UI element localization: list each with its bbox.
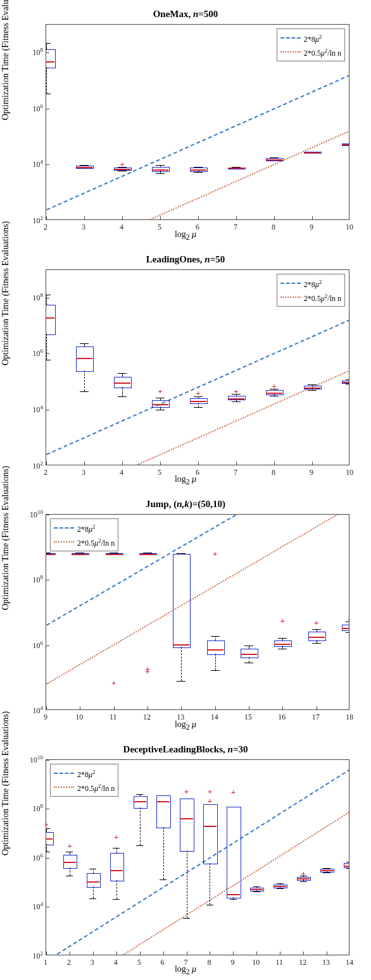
x-tick-label: 8: [272, 223, 275, 232]
whisker-cap: [346, 632, 349, 633]
x-tick-label: 7: [234, 223, 237, 232]
y-tick-label: 1010: [8, 509, 43, 520]
x-tick-label: 2: [67, 958, 71, 967]
box-plot: [46, 25, 349, 219]
x-tick-label: 9: [310, 223, 313, 232]
y-tick-label: 1010: [8, 754, 43, 764]
x-tick-label: 14: [211, 713, 218, 722]
plot-area: 2*8μ22*0.5μ2/ln n+++++++: [46, 514, 349, 710]
x-tick-label: 3: [82, 223, 85, 232]
y-tick-label: 108: [8, 803, 43, 814]
x-tick-label: 6: [196, 468, 199, 477]
y-tick-label: 108: [8, 47, 43, 58]
x-tick-label: 2: [44, 223, 47, 232]
y-tick-label: 108: [8, 574, 43, 585]
chart-title: Jump, (n,k)=(50,10): [0, 499, 371, 510]
y-axis-label: Optimization Time (Fitness Evaluations): [1, 711, 11, 855]
whisker-cap: [346, 868, 349, 869]
chart-title: LeadingOnes, n=50: [0, 254, 371, 265]
x-tick-label: 16: [278, 713, 286, 722]
median-line: [342, 144, 349, 145]
x-tick-label: 7: [184, 958, 188, 967]
x-tick-label: 1: [44, 958, 47, 967]
x-tick-label: 12: [143, 713, 151, 722]
chart-panel: OneMax, n=500Optimization Time (Fitness …: [0, 0, 371, 245]
x-tick-label: 10: [346, 223, 353, 232]
y-tick-label: 104: [8, 403, 43, 414]
x-tick-label: 15: [244, 713, 252, 722]
y-tick-label: 106: [8, 102, 43, 113]
x-tick-label: 3: [82, 468, 85, 477]
plot-area: 2*8μ22*0.5μ2/ln n+: [46, 24, 349, 220]
x-tick-label: 9: [310, 468, 313, 477]
box-plot: [46, 760, 349, 955]
x-tick-label: 14: [346, 958, 353, 967]
y-tick-label: 104: [8, 705, 43, 716]
y-tick-label: 102: [8, 950, 43, 960]
chart-panel: DeceptiveLeadingBlocks, n=30Optimization…: [0, 735, 371, 981]
x-tick-label: 5: [137, 958, 141, 967]
x-tick-label: 4: [120, 468, 123, 477]
x-tick-label: 17: [312, 713, 320, 722]
box-plot: +: [46, 515, 349, 709]
chart-title: OneMax, n=500: [0, 9, 371, 20]
x-tick-label: 4: [120, 223, 123, 232]
plot-area: 2*8μ22*0.5μ2/ln n++++: [46, 269, 349, 465]
chart-panel: LeadingOnes, n=50Optimization Time (Fitn…: [0, 245, 371, 491]
plot-area: 2*8μ22*0.5μ2/ln n++++++++: [46, 759, 349, 955]
x-tick-label: 8: [272, 468, 275, 477]
x-tick-label: 6: [196, 223, 199, 232]
x-tick-label: 9: [44, 713, 47, 722]
y-tick-label: 106: [8, 348, 43, 358]
x-tick-label: 5: [158, 468, 161, 477]
x-tick-label: 13: [177, 713, 184, 722]
x-tick-label: 10: [252, 958, 260, 967]
y-tick-label: 104: [8, 159, 43, 169]
y-tick-label: 106: [8, 852, 43, 862]
x-tick-label: 11: [275, 958, 283, 967]
outlier-point: +: [348, 614, 349, 624]
x-axis-label: log2 μ: [0, 474, 371, 486]
y-tick-label: 108: [8, 291, 43, 302]
y-axis-label: Optimization Time (Fitness Evaluations): [1, 466, 11, 610]
x-tick-label: 10: [75, 713, 83, 722]
y-tick-label: 104: [8, 901, 43, 912]
median-line: [342, 628, 349, 629]
median-line: [344, 866, 349, 867]
chart-title: DeceptiveLeadingBlocks, n=30: [0, 744, 371, 755]
x-axis-label: log2 μ: [0, 230, 371, 242]
x-tick-label: 7: [234, 468, 237, 477]
chart-panel: Jump, (n,k)=(50,10)Optimization Time (Fi…: [0, 490, 371, 735]
median-line: [342, 382, 349, 383]
x-tick-label: 8: [207, 958, 211, 967]
box-plot: [46, 270, 349, 465]
x-tick-label: 4: [114, 958, 118, 967]
x-tick-label: 9: [230, 958, 234, 967]
y-tick-label: 102: [8, 215, 43, 226]
x-tick-label: 13: [322, 958, 330, 967]
x-tick-label: 2: [44, 468, 47, 477]
x-tick-label: 18: [346, 713, 353, 722]
y-tick-label: 106: [8, 639, 43, 650]
x-tick-label: 12: [299, 958, 306, 967]
x-tick-label: 11: [110, 713, 117, 722]
x-tick-label: 10: [346, 468, 353, 477]
y-tick-label: 102: [8, 460, 43, 470]
x-tick-label: 3: [91, 958, 94, 967]
x-tick-label: 6: [161, 958, 165, 967]
whisker-cap: [346, 379, 349, 380]
whisker-cap: [346, 862, 349, 862]
x-tick-label: 5: [158, 223, 161, 232]
